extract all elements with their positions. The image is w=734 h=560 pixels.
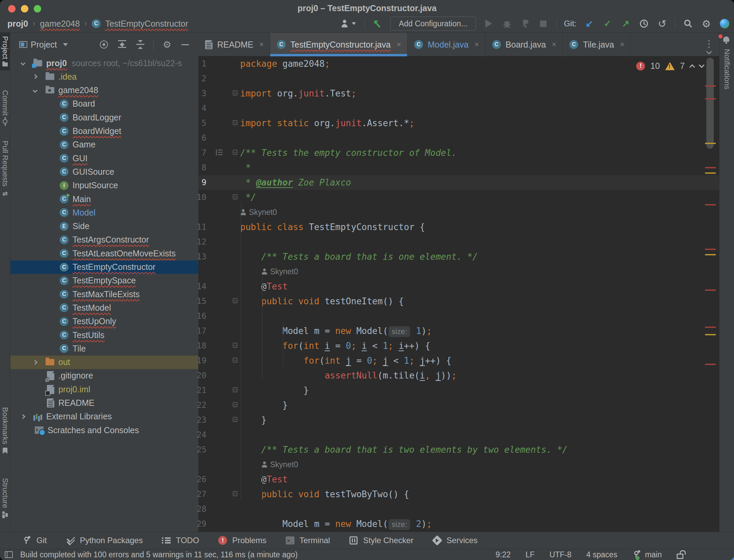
gutter[interactable]: 17 xyxy=(198,324,240,338)
tree-item-guisource[interactable]: CGUISource xyxy=(10,165,198,178)
tree-item-side[interactable]: ESide xyxy=(10,220,198,233)
code-line-28[interactable]: 28 xyxy=(198,502,719,516)
tree-item-testatleastonemoveexists[interactable]: CTestAtLeastOneMoveExists xyxy=(10,247,198,260)
close-icon[interactable]: × xyxy=(259,40,264,49)
gutter[interactable]: 21 xyxy=(198,383,240,398)
gutter[interactable]: 9 xyxy=(198,175,240,190)
gutter[interactable]: 13 xyxy=(198,249,240,264)
gutter[interactable]: 3 xyxy=(198,86,240,101)
error-stripe-mark[interactable] xyxy=(705,204,716,205)
tree-item-external-libraries[interactable]: External Libraries xyxy=(10,410,198,423)
tree-item-game2048[interactable]: game2048 xyxy=(10,84,198,97)
code-line-6[interactable]: 6 xyxy=(198,131,719,145)
gutter[interactable]: 12 xyxy=(198,234,240,249)
gutter[interactable]: 15 xyxy=(198,294,240,309)
warning-stripe-mark[interactable] xyxy=(705,334,716,335)
gutter[interactable] xyxy=(198,457,240,472)
tab-options-menu-icon[interactable]: ⋮ xyxy=(704,38,714,49)
error-stripe-mark[interactable] xyxy=(705,327,716,328)
tree-item-game[interactable]: CGame xyxy=(10,138,198,151)
gutter[interactable]: 6 xyxy=(198,131,240,145)
gutter[interactable]: 18 xyxy=(198,338,240,353)
gutter[interactable]: 19 xyxy=(198,353,240,368)
tree-item-testutils[interactable]: CTestUtils xyxy=(10,328,198,342)
toolwindow-git-button[interactable]: Git xyxy=(22,536,47,545)
git-push-icon[interactable]: ↗ xyxy=(620,18,631,29)
error-stripe-mark[interactable] xyxy=(705,167,716,168)
git-branch-widget[interactable]: main xyxy=(632,550,662,559)
chevron-down-icon[interactable] xyxy=(21,61,25,65)
tree-item-model[interactable]: CModel xyxy=(10,206,198,219)
gutter[interactable]: 1 xyxy=(198,56,240,71)
code-line-27[interactable]: 27 public void testTwoByTwo() { xyxy=(198,487,719,502)
panel-settings-gear-icon[interactable]: ⚙ xyxy=(162,39,172,50)
locate-file-button[interactable] xyxy=(99,39,109,50)
chevron-right-icon[interactable] xyxy=(21,414,25,419)
gutter[interactable]: 29 xyxy=(198,516,240,531)
tree-item-testargsconstructor[interactable]: CTestArgsConstructor xyxy=(10,233,198,247)
gutter[interactable]: 11 xyxy=(198,220,240,234)
chevron-down-icon[interactable] xyxy=(33,88,37,93)
tree-item-scratches-and-consoles[interactable]: Scratches and Consoles xyxy=(10,423,198,437)
error-stripe-mark[interactable] xyxy=(705,249,716,250)
code-line-29[interactable]: 29 Model m = new Model(size: 2); xyxy=(198,516,719,531)
lock-icon[interactable] xyxy=(677,554,683,559)
author-inlay-hint[interactable]: Skynet0 xyxy=(240,208,277,217)
breadcrumb-item-package[interactable]: game2048 xyxy=(40,19,80,29)
add-configuration-button[interactable]: Add Configuration... xyxy=(390,17,476,31)
close-icon[interactable]: × xyxy=(475,40,479,49)
close-icon[interactable]: × xyxy=(397,40,401,49)
stripe-notifications-button[interactable]: Notifications xyxy=(719,49,734,89)
code-inlay-row[interactable]: Skynet0 xyxy=(198,264,719,279)
code-line-9[interactable]: 9 * @author Zoe Plaxco xyxy=(198,175,719,190)
code-line-8[interactable]: 8 * xyxy=(198,160,719,175)
stripe-commit-button[interactable]: Commit xyxy=(0,90,10,124)
gutter[interactable]: 24 xyxy=(198,427,240,442)
close-icon[interactable]: × xyxy=(620,40,624,49)
code-line-18[interactable]: 18 for(int i = 0; i < 1; i++) { xyxy=(198,338,719,353)
inspections-widget[interactable]: ! 10 7 xyxy=(636,61,704,71)
fold-marker-icon[interactable] xyxy=(233,358,237,363)
code-line-2[interactable]: 2 xyxy=(198,71,719,86)
settings-gear-icon[interactable]: ⚙ xyxy=(701,18,712,29)
author-inlay-hint[interactable]: Skynet0 xyxy=(261,267,298,276)
status-message[interactable]: Build completed with 100 errors and 5 wa… xyxy=(20,550,298,559)
fold-marker-icon[interactable] xyxy=(233,387,237,392)
gutter[interactable]: 28 xyxy=(198,502,240,516)
gutter[interactable]: 10 xyxy=(198,190,240,205)
code-line-17[interactable]: 17 Model m = new Model(size: 1); xyxy=(198,324,719,338)
tab-testemptyconstructor-java[interactable]: CTestEmptyConstructor.java× xyxy=(270,33,407,56)
fold-marker-icon[interactable] xyxy=(233,298,237,303)
tree-item-testmodel[interactable]: CTestModel xyxy=(10,301,198,314)
gutter[interactable]: 27 xyxy=(198,487,240,502)
fold-marker-icon[interactable] xyxy=(233,343,237,348)
debug-icon[interactable] xyxy=(502,18,512,29)
code-line-24[interactable]: 24 xyxy=(198,427,719,442)
code-line-13[interactable]: 13 /** Tests a board that is one element… xyxy=(198,249,719,264)
warning-stripe-mark[interactable] xyxy=(705,143,716,144)
stripe-structure-button[interactable]: Structure xyxy=(0,478,10,517)
coverage-icon[interactable] xyxy=(520,18,531,29)
toolwindow-todo-button[interactable]: TODO xyxy=(162,536,199,545)
git-commit-check-icon[interactable]: ✓ xyxy=(602,18,613,29)
previous-error-button[interactable] xyxy=(689,64,695,70)
build-icon[interactable] xyxy=(372,18,383,29)
tab-readme[interactable]: README× xyxy=(198,33,270,56)
tree-item-tile[interactable]: CTile xyxy=(10,342,198,355)
hide-panel-button[interactable] xyxy=(180,39,190,50)
tree-item--idea[interactable]: .idea xyxy=(10,70,198,83)
tree-item-testuponly[interactable]: CTestUpOnly xyxy=(10,315,198,328)
code-editor[interactable]: 1package game2048;23import org.junit.Tes… xyxy=(198,56,719,532)
code-line-5[interactable]: 5import static org.junit.Assert.*; xyxy=(198,116,719,131)
code-line-19[interactable]: 19 for(int j = 0; j < 1; j++) { xyxy=(198,353,719,368)
collapse-all-button[interactable] xyxy=(135,39,145,50)
stripe-project-button[interactable]: Project xyxy=(0,33,10,71)
tree-item-boardlogger[interactable]: CBoardLogger xyxy=(10,111,198,124)
toolwindow-services-button[interactable]: Services xyxy=(432,536,478,545)
stop-icon[interactable] xyxy=(538,18,549,29)
fold-marker-icon[interactable] xyxy=(233,402,237,407)
rollback-icon[interactable]: ↺ xyxy=(657,18,668,29)
gutter[interactable]: 16 xyxy=(198,309,240,324)
tree-item-testemptyspace[interactable]: CTestEmptySpace xyxy=(10,274,198,287)
run-icon[interactable] xyxy=(483,18,494,29)
